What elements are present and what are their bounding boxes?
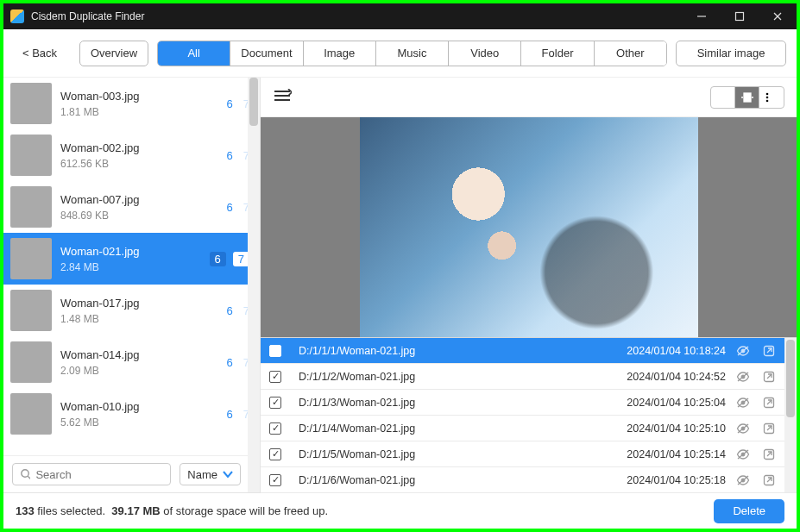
tab-all[interactable]: All	[158, 41, 230, 66]
duplicate-group-row[interactable]: Woman-010.jpg5.62 MB67	[3, 388, 260, 440]
hide-icon[interactable]	[734, 372, 752, 382]
file-name: Woman-010.jpg	[60, 400, 215, 413]
svg-rect-10	[724, 92, 728, 97]
hide-icon[interactable]	[734, 449, 752, 460]
selected-count: 6	[224, 97, 236, 111]
file-size: 1.48 MB	[60, 313, 215, 325]
file-path: D:/1/1/3/Woman-021.jpg	[290, 397, 596, 409]
svg-rect-13	[744, 93, 751, 102]
search-input[interactable]	[35, 468, 163, 481]
checkbox[interactable]	[269, 397, 281, 409]
svg-line-45	[767, 478, 772, 482]
window-maximize-button[interactable]	[721, 3, 759, 29]
tab-music[interactable]: Music	[376, 41, 449, 66]
duplicate-group-row[interactable]: Woman-021.jpg2.84 MB67	[3, 233, 260, 285]
tab-video[interactable]: Video	[449, 41, 521, 66]
counts: 67	[224, 304, 249, 318]
svg-rect-1	[736, 13, 744, 21]
duplicate-group-row[interactable]: Woman-014.jpg2.09 MB67	[3, 336, 260, 388]
similar-image-button[interactable]: Similar image	[676, 41, 786, 66]
counts: 67	[224, 97, 249, 111]
selected-count: 6	[224, 304, 236, 318]
thumbnail	[10, 290, 52, 331]
reveal-icon[interactable]	[760, 448, 778, 460]
svg-rect-12	[724, 98, 728, 103]
reveal-icon[interactable]	[760, 345, 778, 357]
overview-button[interactable]: Overview	[79, 41, 148, 66]
sort-label: Name	[187, 468, 217, 481]
checkbox[interactable]	[269, 448, 281, 460]
search-icon	[20, 468, 30, 480]
status-bar: 133 files selected. 39.17 MB of storage …	[3, 492, 797, 529]
svg-line-33	[767, 400, 772, 404]
svg-point-18	[766, 96, 769, 98]
selected-count: 6	[224, 200, 236, 215]
svg-point-16	[766, 92, 769, 95]
svg-point-20	[766, 99, 769, 102]
duplicate-group-row[interactable]: Woman-007.jpg848.69 KB67	[3, 181, 260, 233]
selection-menu-button[interactable]	[273, 89, 292, 106]
file-size: 2.84 MB	[60, 261, 201, 273]
sidebar-scrollbar[interactable]	[248, 78, 260, 492]
counts: 67	[224, 355, 249, 370]
status-text: 133 files selected. 39.17 MB of storage …	[16, 504, 328, 517]
file-size: 1.81 MB	[60, 106, 215, 118]
hide-icon[interactable]	[734, 475, 752, 485]
file-date: 2024/01/04 10:18:24	[605, 345, 726, 357]
file-name: Woman-003.jpg	[60, 90, 215, 103]
hide-icon[interactable]	[734, 423, 752, 434]
reveal-icon[interactable]	[760, 422, 778, 435]
file-row[interactable]: D:/1/1/6/Woman-021.jpg2024/01/04 10:25:1…	[261, 467, 797, 493]
app-icon	[10, 9, 24, 23]
reveal-icon[interactable]	[760, 474, 778, 486]
status-size: 39.17 MB	[111, 504, 160, 517]
hide-icon[interactable]	[734, 397, 752, 408]
sidebar: Woman-003.jpg1.81 MB67Woman-002.jpg612.5…	[3, 78, 261, 492]
file-date: 2024/01/04 10:25:14	[605, 448, 726, 460]
checkbox[interactable]	[269, 371, 281, 383]
duplicate-group-row[interactable]: Woman-002.jpg612.56 KB67	[3, 129, 260, 181]
hide-icon[interactable]	[734, 346, 752, 356]
file-row[interactable]: D:/1/1/3/Woman-021.jpg2024/01/04 10:25:0…	[261, 390, 797, 416]
duplicate-group-row[interactable]: Woman-017.jpg1.48 MB67	[3, 285, 260, 336]
reveal-icon[interactable]	[760, 371, 778, 383]
sort-dropdown[interactable]: Name	[180, 463, 241, 485]
thumbnail	[10, 135, 52, 176]
svg-line-5	[28, 476, 30, 479]
window-close-button[interactable]	[759, 3, 797, 29]
svg-line-41	[767, 452, 772, 456]
view-list-button[interactable]	[759, 87, 784, 108]
tab-document[interactable]: Document	[230, 41, 303, 66]
preview-image	[360, 117, 698, 337]
tab-image[interactable]: Image	[304, 41, 376, 66]
file-row[interactable]: D:/1/1/5/Woman-021.jpg2024/01/04 10:25:1…	[261, 441, 797, 467]
view-split-button[interactable]	[735, 87, 759, 108]
svg-point-4	[22, 470, 28, 477]
file-path: D:/1/1/6/Woman-021.jpg	[290, 474, 596, 486]
image-preview	[261, 117, 797, 337]
sidebar-bottom: Name	[3, 455, 260, 492]
window-minimize-button[interactable]	[683, 3, 721, 29]
duplicate-group-row[interactable]: Woman-003.jpg1.81 MB67	[3, 78, 260, 129]
tab-folder[interactable]: Folder	[521, 41, 594, 66]
file-date: 2024/01/04 10:25:04	[605, 397, 726, 409]
checkbox[interactable]	[269, 345, 281, 357]
thumbnail	[10, 83, 52, 124]
checkbox[interactable]	[269, 474, 281, 486]
delete-button[interactable]: Delete	[714, 499, 784, 523]
main-panel: D:/1/1/1/Woman-021.jpg2024/01/04 10:18:2…	[261, 78, 797, 492]
file-row[interactable]: D:/1/1/1/Woman-021.jpg2024/01/04 10:18:2…	[261, 338, 797, 364]
thumbnail	[10, 393, 52, 435]
filelist-scrollbar[interactable]	[784, 338, 797, 492]
view-grid-button[interactable]	[711, 87, 735, 108]
file-date: 2024/01/04 10:24:52	[605, 371, 726, 383]
file-row[interactable]: D:/1/1/2/Woman-021.jpg2024/01/04 10:24:5…	[261, 364, 797, 390]
status-count: 133	[16, 504, 35, 517]
file-row[interactable]: D:/1/1/4/Woman-021.jpg2024/01/04 10:25:1…	[261, 416, 797, 441]
tab-other[interactable]: Other	[595, 41, 666, 66]
file-date: 2024/01/04 10:25:18	[605, 474, 726, 486]
checkbox[interactable]	[269, 422, 281, 435]
search-box[interactable]	[12, 463, 171, 485]
back-button[interactable]: < Back	[9, 47, 71, 59]
reveal-icon[interactable]	[760, 397, 778, 409]
